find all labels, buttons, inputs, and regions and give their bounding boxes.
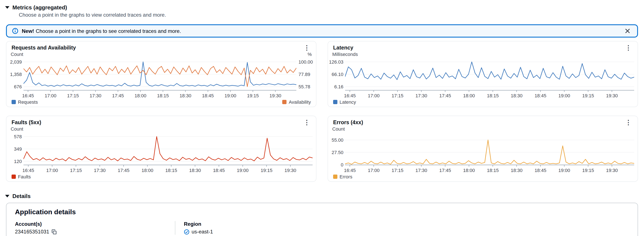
chart-title: Faults (5xx)	[12, 119, 41, 125]
copy-icon[interactable]	[51, 229, 57, 235]
left-axis-unit-label: Count	[11, 52, 23, 58]
x-tick-label: 18:00	[463, 93, 475, 98]
metrics-section-title: Metrics (aggregated)	[12, 4, 67, 11]
y-tick-label: 578	[14, 134, 22, 139]
y-tick-label: 55.00	[332, 137, 344, 142]
metrics-section-header: Metrics (aggregated) Choose a point in t…	[0, 0, 644, 18]
x-tick-label: 19:30	[606, 93, 618, 98]
x-tick-label: 16:45	[344, 93, 356, 98]
x-tick-label: 16:45	[344, 168, 356, 173]
x-tick-label: 16:45	[22, 168, 34, 173]
info-icon	[12, 28, 18, 34]
details-expander[interactable]: Details	[5, 193, 638, 199]
x-axis: 16:4517:0017:1517:3017:4518:0018:1518:30…	[345, 92, 634, 98]
x-tick-label: 17:30	[416, 168, 427, 173]
x-tick-label: 16:45	[22, 93, 34, 98]
legend-color-chip	[333, 175, 338, 179]
chart-legend: Latency	[328, 98, 638, 105]
check-circle-icon	[184, 229, 190, 235]
metrics-expander[interactable]: Metrics (aggregated)	[5, 4, 638, 11]
y-tick-label: 66.10	[332, 72, 344, 77]
left-axis-unit-label: Milliseconds	[332, 52, 358, 58]
left-y-axis: 2,0391,358676	[6, 58, 24, 98]
collapse-caret-icon	[5, 6, 10, 9]
account-value: 234165351031	[15, 229, 49, 235]
close-icon[interactable]	[623, 26, 632, 35]
y-tick-label: 100.00	[298, 59, 313, 64]
faults-chart[interactable]	[24, 133, 312, 167]
x-tick-label: 17:00	[45, 93, 56, 98]
chart-title: Errors (4xx)	[333, 119, 363, 125]
x-tick-label: 17:30	[90, 93, 101, 98]
right-y-axis	[634, 58, 638, 98]
x-tick-label: 19:30	[606, 168, 618, 173]
x-axis: 16:4517:0017:1517:3017:4518:0018:1518:30…	[24, 167, 312, 173]
x-tick-label: 17:00	[368, 168, 380, 173]
legend-item[interactable]: Latency	[333, 100, 356, 105]
chart-title: Latency	[333, 45, 354, 51]
x-tick-label: 18:15	[157, 93, 169, 98]
region-label: Region	[184, 221, 213, 227]
x-tick-label: 17:15	[67, 93, 79, 98]
account-label: Account(s)	[15, 221, 166, 227]
legend-item[interactable]: Faults	[12, 174, 31, 179]
legend-color-chip	[333, 100, 338, 104]
chart-panel-requests-availability: Requests and Availability ⋮ Count % 2,03…	[6, 41, 316, 107]
x-tick-label: 19:15	[261, 168, 272, 173]
x-tick-label: 17:30	[416, 93, 427, 98]
x-tick-label: 17:30	[94, 168, 106, 173]
account-field: Account(s) 234165351031	[15, 221, 175, 235]
x-tick-label: 18:15	[165, 168, 177, 173]
y-tick-label: 2,039	[10, 59, 22, 64]
x-tick-label: 19:30	[270, 93, 281, 98]
legend-item[interactable]: Requests	[12, 100, 38, 105]
x-tick-label: 18:30	[511, 168, 522, 173]
x-tick-label: 17:45	[112, 93, 124, 98]
chart-panel-errors: Errors (4xx) ⋮ Count 55.0027.500 16:4517…	[328, 116, 638, 182]
right-y-axis	[312, 133, 316, 173]
x-tick-label: 18:30	[180, 93, 191, 98]
x-tick-label: 18:45	[202, 93, 214, 98]
kebab-menu-icon[interactable]: ⋮	[622, 44, 634, 51]
latency-chart[interactable]	[345, 58, 634, 92]
banner-highlight: New!	[22, 28, 34, 34]
x-tick-label: 18:00	[134, 93, 146, 98]
left-axis-unit-label: Count	[11, 126, 23, 133]
errors-chart[interactable]	[345, 133, 634, 167]
banner-message: New!Choose a point in the graphs to see …	[22, 28, 181, 34]
region-value: us-east-1	[192, 229, 213, 235]
kebab-menu-icon[interactable]: ⋮	[301, 44, 312, 51]
legend-item[interactable]: Errors	[333, 174, 352, 179]
x-tick-label: 18:00	[463, 168, 475, 173]
x-tick-label: 17:00	[46, 168, 58, 173]
x-tick-label: 18:45	[534, 168, 546, 173]
legend-color-chip	[12, 100, 16, 104]
left-axis-unit-label: Count	[332, 126, 345, 133]
left-y-axis: 55.0027.500	[328, 133, 345, 173]
y-tick-label: 55.78	[298, 84, 310, 89]
kebab-menu-icon[interactable]: ⋮	[622, 119, 634, 126]
kebab-menu-icon[interactable]: ⋮	[301, 119, 312, 126]
legend-item[interactable]: Availability	[282, 100, 311, 105]
x-tick-label: 19:00	[224, 93, 236, 98]
charts-grid: Requests and Availability ⋮ Count % 2,03…	[6, 41, 638, 182]
collapse-caret-icon	[5, 195, 10, 198]
x-axis: 16:4517:0017:1517:3017:4518:0018:1518:30…	[345, 167, 634, 173]
details-section-title: Details	[12, 193, 30, 199]
banner-text: Choose a point in the graphs to see corr…	[36, 28, 181, 34]
requests-availability-chart[interactable]	[24, 58, 296, 92]
x-tick-label: 19:00	[558, 168, 570, 173]
right-axis-unit-label: %	[308, 52, 312, 58]
x-tick-label: 17:45	[118, 168, 130, 173]
right-y-axis	[634, 133, 638, 173]
left-y-axis: 126.0366.106.16	[328, 58, 345, 98]
x-tick-label: 19:00	[237, 168, 249, 173]
y-tick-label: 120	[14, 159, 22, 164]
region-field: Region us-east-1	[175, 221, 222, 235]
legend-color-chip	[12, 175, 16, 179]
chart-title: Requests and Availability	[12, 45, 76, 51]
new-feature-banner: New!Choose a point in the graphs to see …	[6, 24, 638, 38]
x-tick-label: 17:15	[392, 93, 404, 98]
x-tick-label: 17:45	[440, 93, 451, 98]
application-details-card: Application details Account(s) 234165351…	[6, 203, 638, 236]
